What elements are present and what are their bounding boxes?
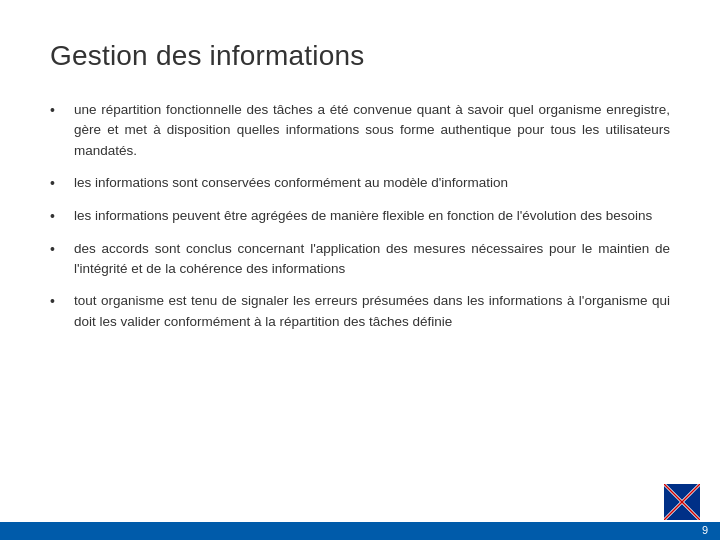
list-item: • une répartition fonctionnelle des tâch… xyxy=(50,100,670,161)
bullet-text-2: les informations sont conservées conform… xyxy=(74,173,670,193)
bullet-text-4: des accords sont conclus concernant l'ap… xyxy=(74,239,670,280)
bullet-icon: • xyxy=(50,239,68,260)
bottom-bar xyxy=(0,522,720,540)
list-item: • tout organisme est tenu de signaler le… xyxy=(50,291,670,332)
slide-title: Gestion des informations xyxy=(50,40,670,72)
bullet-text-1: une répartition fonctionnelle des tâches… xyxy=(74,100,670,161)
logo-icon xyxy=(664,484,700,520)
bullet-text-3: les informations peuvent être agrégées d… xyxy=(74,206,670,226)
slide: Gestion des informations • une répartiti… xyxy=(0,0,720,540)
logo xyxy=(664,484,700,520)
bullet-icon: • xyxy=(50,173,68,194)
bullet-text-5: tout organisme est tenu de signaler les … xyxy=(74,291,670,332)
bullet-icon: • xyxy=(50,206,68,227)
page-number: 9 xyxy=(702,524,708,536)
list-item: • les informations peuvent être agrégées… xyxy=(50,206,670,227)
bullet-list: • une répartition fonctionnelle des tâch… xyxy=(50,100,670,332)
bullet-icon: • xyxy=(50,100,68,121)
bullet-icon: • xyxy=(50,291,68,312)
list-item: • des accords sont conclus concernant l'… xyxy=(50,239,670,280)
list-item: • les informations sont conservées confo… xyxy=(50,173,670,194)
